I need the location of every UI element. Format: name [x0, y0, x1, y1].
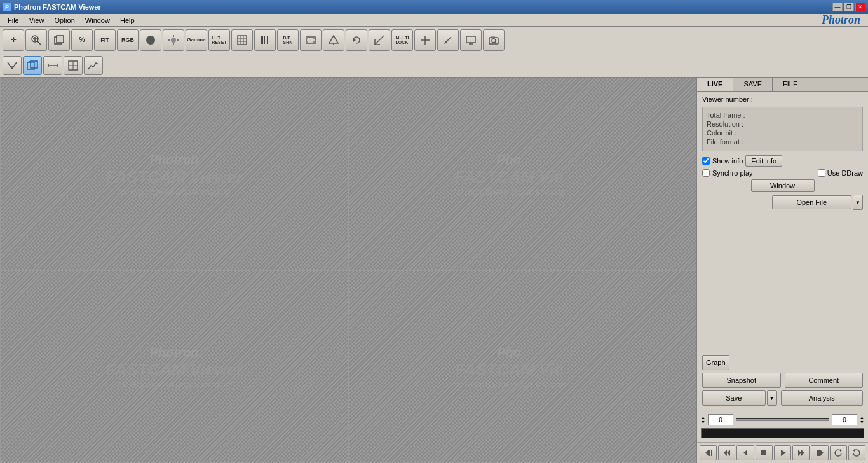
svg-rect-58 [711, 450, 712, 456]
angle-tool-button[interactable] [3, 56, 22, 75]
file-format-row: File format : [707, 138, 858, 146]
analysis-button[interactable]: Analysis [781, 390, 864, 406]
copy-image-button[interactable] [23, 56, 42, 75]
transport-loop-forward[interactable] [848, 445, 865, 460]
svg-marker-63 [781, 450, 786, 456]
svg-rect-27 [313, 41, 315, 43]
svg-marker-60 [727, 450, 730, 456]
zoom-copy-button[interactable] [48, 29, 70, 51]
save-row: Save ▼ [702, 390, 777, 406]
menu-option[interactable]: Option [49, 15, 79, 25]
graph-button[interactable]: Graph [702, 355, 729, 370]
transport-prev-fast[interactable] [718, 445, 735, 460]
menu-bar: File View Option Window Help Photron [0, 14, 868, 27]
svg-rect-19 [264, 36, 265, 44]
zoom-percent-button[interactable]: % [71, 29, 93, 51]
svg-marker-59 [724, 450, 727, 456]
svg-marker-56 [705, 450, 709, 456]
mono-button[interactable] [140, 29, 161, 51]
barcode-button[interactable] [254, 29, 276, 51]
use-ddraw-checkbox[interactable] [818, 169, 825, 177]
monitor-button[interactable] [460, 29, 482, 51]
multi-lock-button[interactable]: MULTILOCK [391, 29, 413, 51]
total-frame-label: Total frame : [707, 111, 757, 119]
window-button[interactable]: Window [751, 179, 815, 192]
filter-button[interactable] [323, 29, 344, 51]
tab-save[interactable]: SAVE [733, 78, 773, 91]
brightness-button[interactable] [163, 29, 184, 51]
measure-button[interactable] [64, 56, 83, 75]
total-frame-row: Total frame : [707, 111, 858, 119]
crosshair-button[interactable] [414, 29, 436, 51]
show-info-label: Show info [712, 157, 743, 165]
synchro-play-checkbox[interactable] [702, 169, 710, 177]
menu-window[interactable]: Window [80, 15, 115, 25]
rotate-button[interactable] [346, 29, 367, 51]
snapshot-button[interactable]: Snapshot [702, 373, 781, 388]
lut-reset-button[interactable]: LUTRESET [208, 29, 230, 51]
watermark-text-bl: Photron FASTCAM Viewer for High Speed Di… [105, 345, 243, 389]
rgb-button[interactable]: RGB [117, 29, 139, 51]
slider-left-value[interactable] [708, 414, 733, 425]
move-tool-button[interactable]: ✛ [3, 29, 24, 51]
slider-right-value[interactable] [832, 414, 857, 425]
slider-track[interactable] [736, 418, 829, 421]
svg-rect-22 [269, 36, 269, 44]
action-area: Graph Snapshot Comment Save ▼ Analysis [697, 352, 868, 411]
video-area: Photron FASTCAM Viewer for High Speed Di… [0, 78, 696, 463]
svg-rect-38 [466, 36, 475, 43]
close-button[interactable]: ✕ [855, 3, 865, 11]
save-button[interactable]: Save [702, 390, 766, 406]
scale-button[interactable] [369, 29, 390, 51]
grid-button[interactable] [231, 29, 253, 51]
edit-info-button[interactable]: Edit info [745, 155, 782, 167]
watermark-cell-br: Pho FASTCAM Vie for High Speed Digital I… [348, 270, 696, 463]
tab-file[interactable]: FILE [773, 78, 808, 91]
fit-button[interactable]: FIT [94, 29, 116, 51]
slider-area: ▲ ▼ ▲ ▼ [697, 411, 868, 442]
tab-live[interactable]: LIVE [697, 78, 733, 91]
right-panel: LIVE SAVE FILE Viewer number : Total fra… [696, 78, 868, 463]
gamma-button[interactable]: Gamma [186, 29, 207, 51]
svg-rect-21 [267, 36, 268, 44]
svg-rect-62 [761, 450, 766, 455]
transport-play[interactable] [774, 445, 791, 460]
minimize-button[interactable]: — [832, 3, 843, 11]
menu-help[interactable]: Help [115, 15, 140, 25]
transport-stop[interactable] [756, 445, 773, 460]
tabs: LIVE SAVE FILE [697, 78, 868, 92]
graph-tool-button[interactable] [84, 56, 103, 75]
title-bar-controls[interactable]: — ❐ ✕ [832, 3, 865, 11]
transport-to-end[interactable] [811, 445, 828, 460]
transport-loop-back[interactable] [830, 445, 847, 460]
show-info-checkbox[interactable] [702, 157, 710, 165]
slider-row: ▲ ▼ ▲ ▼ [701, 414, 864, 425]
panel-content: Viewer number : Total frame : Resolution… [697, 92, 868, 352]
svg-rect-5 [57, 36, 64, 43]
svg-rect-47 [31, 61, 37, 68]
menu-file[interactable]: File [3, 15, 24, 25]
restore-button[interactable]: ❐ [844, 3, 854, 11]
svg-point-6 [146, 36, 155, 45]
open-file-button[interactable]: Open File [772, 195, 852, 209]
slider-right-arrows[interactable]: ▲ ▼ [860, 415, 864, 424]
transport-to-start[interactable] [700, 445, 717, 460]
title-bar: P Photron FASTCAM Viewer — ❐ ✕ [0, 0, 868, 14]
pen-tool-button[interactable] [437, 29, 459, 51]
slider-left-arrows[interactable]: ▲ ▼ [701, 415, 705, 424]
bit-shift-button[interactable]: BITSHN [277, 29, 299, 51]
svg-rect-17 [261, 36, 262, 44]
svg-rect-12 [238, 36, 247, 45]
open-file-dropdown[interactable]: ▼ [853, 195, 863, 210]
camera-button[interactable] [483, 29, 505, 51]
transport-next-fast[interactable] [792, 445, 810, 460]
zoom-in-button[interactable] [25, 29, 47, 51]
transport-prev[interactable] [736, 445, 754, 460]
film-button[interactable] [300, 29, 322, 51]
app-icon: P [3, 3, 11, 11]
save-dropdown-arrow[interactable]: ▼ [767, 390, 777, 406]
svg-point-42 [492, 39, 496, 43]
comment-button[interactable]: Comment [785, 373, 864, 388]
menu-view[interactable]: View [24, 15, 50, 25]
ruler-button[interactable] [43, 56, 62, 75]
